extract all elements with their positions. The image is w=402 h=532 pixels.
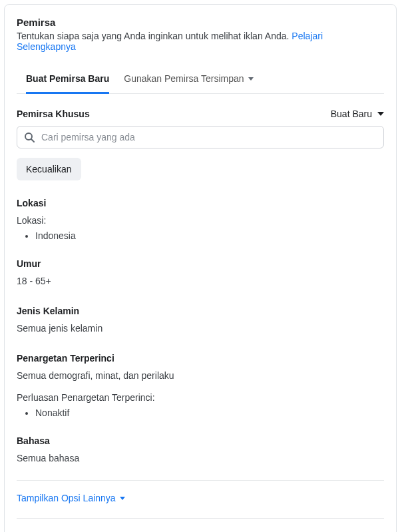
divider (17, 480, 384, 481)
tab-saved-audience[interactable]: Gunakan Pemirsa Tersimpan (124, 68, 253, 94)
location-block: Lokasi Lokasi: Indonesia (17, 198, 384, 241)
chevron-down-icon (377, 112, 384, 116)
divider (17, 518, 384, 519)
chevron-down-icon (248, 77, 254, 81)
age-value: 18 - 65+ (17, 274, 384, 288)
svg-line-1 (31, 139, 34, 142)
detailed-value: Semua demografi, minat, dan perilaku (17, 369, 384, 383)
list-item: Indonesia (35, 230, 384, 241)
detailed-targeting-block: Penargetan Terperinci Semua demografi, m… (17, 353, 384, 418)
create-new-label: Buat Baru (331, 109, 372, 119)
page-description: Tentukan siapa saja yang Anda inginkan u… (17, 31, 384, 52)
language-title: Bahasa (17, 435, 384, 446)
card-header: Pemirsa Tentukan siapa saja yang Anda in… (17, 17, 384, 52)
audience-card: Pemirsa Tentukan siapa saja yang Anda in… (4, 4, 397, 532)
list-item: Nonaktif (35, 407, 384, 418)
tabs: Buat Pemirsa Baru Gunakan Pemirsa Tersim… (17, 68, 384, 94)
location-label: Lokasi: (17, 214, 384, 228)
tab-label: Buat Pemirsa Baru (26, 73, 109, 84)
tab-create-audience[interactable]: Buat Pemirsa Baru (26, 68, 109, 94)
tab-label: Gunakan Pemirsa Tersimpan (124, 73, 244, 84)
more-options-label: Tampilkan Opsi Lainnya (17, 493, 116, 503)
detailed-title: Penargetan Terperinci (17, 353, 384, 364)
chevron-down-icon (120, 497, 125, 500)
search-input-wrap[interactable] (17, 126, 384, 148)
gender-block: Jenis Kelamin Semua jenis kelamin (17, 306, 384, 336)
expansion-list: Nonaktif (17, 407, 384, 418)
location-title: Lokasi (17, 198, 384, 208)
exclude-button[interactable]: Kecualikan (17, 158, 81, 180)
custom-audience-header: Pemirsa Khusus Buat Baru (17, 109, 384, 119)
location-list: Indonesia (17, 230, 384, 241)
language-block: Bahasa Semua bahasa (17, 435, 384, 465)
show-more-options[interactable]: Tampilkan Opsi Lainnya (17, 493, 125, 503)
page-title: Pemirsa (17, 17, 384, 28)
search-input[interactable] (41, 132, 377, 142)
gender-title: Jenis Kelamin (17, 306, 384, 316)
age-block: Umur 18 - 65+ (17, 258, 384, 288)
age-title: Umur (17, 258, 384, 269)
custom-audience-label: Pemirsa Khusus (17, 109, 90, 119)
expansion-label: Perluasan Penargetan Terperinci: (17, 391, 384, 405)
gender-value: Semua jenis kelamin (17, 322, 384, 336)
language-value: Semua bahasa (17, 451, 384, 465)
description-text: Tentukan siapa saja yang Anda inginkan u… (17, 31, 289, 41)
search-icon (24, 132, 35, 142)
create-new-dropdown[interactable]: Buat Baru (331, 109, 384, 119)
